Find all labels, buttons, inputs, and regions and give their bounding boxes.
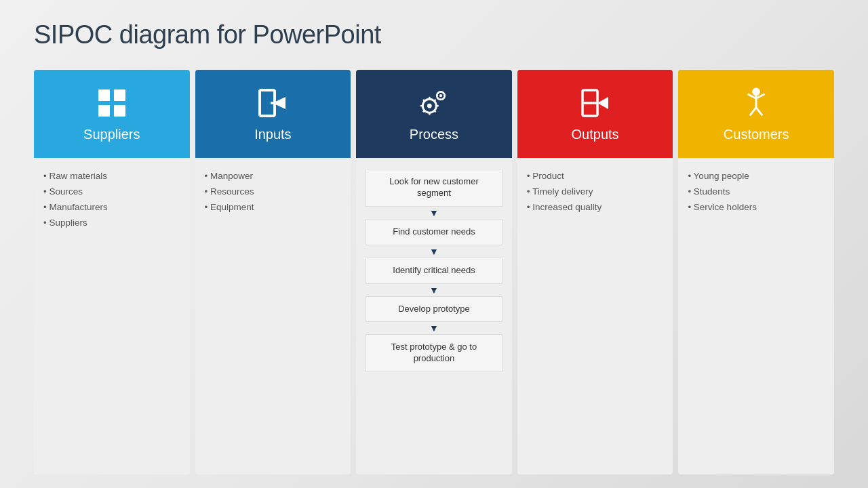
- list-item: • Manpower: [205, 169, 342, 184]
- svg-line-15: [437, 92, 439, 94]
- svg-line-36: [750, 107, 756, 115]
- process-step-4: Develop prototype: [366, 296, 502, 323]
- svg-rect-1: [114, 89, 125, 101]
- column-suppliers: Suppliers • Raw materials • Sources • Ma…: [34, 70, 190, 474]
- list-item: • Raw materials: [43, 169, 180, 184]
- inputs-body: • Manpower • Resources • Equipment: [195, 158, 351, 474]
- page-container: SIPOC diagram for PowerPoint Suppliers •…: [0, 0, 868, 488]
- svg-point-10: [439, 94, 442, 97]
- outputs-label: Outputs: [572, 127, 619, 142]
- sipoc-diagram: Suppliers • Raw materials • Sources • Ma…: [34, 70, 834, 474]
- customers-label: Customers: [724, 127, 789, 142]
- list-item: • Timely delivery: [527, 184, 664, 200]
- column-customers: Customers • Young people • Students • Se…: [678, 70, 834, 474]
- process-step-1: Look for new customer segment: [366, 169, 502, 207]
- suppliers-body: • Raw materials • Sources • Manufacturer…: [34, 158, 190, 474]
- inputs-label: Inputs: [254, 127, 291, 142]
- process-header: Process: [356, 70, 512, 158]
- svg-marker-30: [597, 97, 608, 109]
- svg-line-18: [437, 98, 439, 99]
- inputs-header: Inputs: [195, 70, 351, 158]
- inputs-icon: [256, 86, 290, 120]
- list-item: • Service holders: [688, 200, 825, 216]
- customers-body: • Young people • Students • Service hold…: [678, 158, 834, 474]
- svg-rect-3: [114, 105, 125, 117]
- process-step-5: Test prototype & go to production: [366, 334, 502, 372]
- list-item: • Increased quality: [527, 200, 664, 216]
- process-body: Look for new customer segment ▼ Find cus…: [356, 158, 512, 474]
- list-item: • Manufacturers: [43, 200, 180, 216]
- process-step-2: Find customer needs: [366, 219, 502, 245]
- svg-rect-2: [98, 105, 110, 117]
- process-arrow-3: ▼: [366, 284, 502, 296]
- svg-rect-0: [98, 89, 110, 101]
- process-arrow-2: ▼: [366, 245, 502, 258]
- outputs-header: Outputs: [517, 70, 673, 158]
- process-step-3: Identify critical needs: [366, 258, 502, 284]
- list-item: • Equipment: [205, 200, 342, 216]
- list-item: • Sources: [43, 184, 180, 200]
- svg-point-20: [427, 103, 432, 108]
- svg-point-32: [752, 87, 760, 96]
- process-arrow-4: ▼: [366, 322, 502, 334]
- list-item: • Resources: [205, 184, 342, 200]
- outputs-body: • Product • Timely delivery • Increased …: [517, 158, 673, 474]
- list-item: • Students: [688, 184, 825, 200]
- svg-line-16: [443, 98, 444, 99]
- svg-line-37: [756, 107, 762, 115]
- process-arrow-1: ▼: [366, 207, 502, 219]
- suppliers-header: Suppliers: [34, 70, 190, 158]
- list-item: • Product: [527, 169, 664, 184]
- column-inputs: Inputs • Manpower • Resources • Equipmen…: [195, 70, 351, 474]
- suppliers-label: Suppliers: [83, 127, 140, 142]
- page-title: SIPOC diagram for PowerPoint: [34, 20, 834, 49]
- list-item: • Suppliers: [43, 216, 180, 231]
- outputs-icon: [578, 86, 612, 120]
- column-outputs: Outputs • Product • Timely delivery • In…: [517, 70, 673, 474]
- column-process: Process Look for new customer segment ▼ …: [356, 70, 512, 474]
- process-label: Process: [410, 127, 458, 142]
- list-item: • Young people: [688, 169, 825, 184]
- suppliers-icon: [95, 86, 129, 120]
- process-steps: Look for new customer segment ▼ Find cus…: [366, 169, 502, 372]
- customers-header: Customers: [678, 70, 834, 158]
- customers-icon: [739, 86, 773, 120]
- svg-line-17: [443, 92, 444, 94]
- process-icon: [417, 86, 451, 120]
